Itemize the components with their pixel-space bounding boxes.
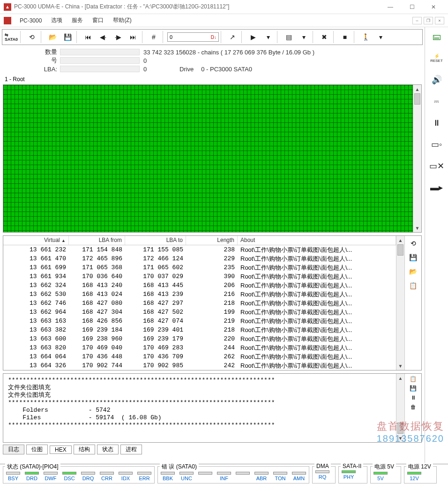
- first-icon[interactable]: ⏮: [81, 31, 95, 43]
- log-scrollbar[interactable]: ▲ ▼: [396, 374, 404, 442]
- exit-icon[interactable]: 🚶: [358, 31, 373, 43]
- table-row[interactable]: 13 661 699171 065 368171 065 602235Root\…: [3, 263, 396, 272]
- tab-status[interactable]: 状态: [97, 445, 119, 454]
- log-copy-icon[interactable]: 📋: [410, 376, 417, 382]
- exit-dropdown-icon[interactable]: ▾: [373, 31, 388, 43]
- sector-map-grid[interactable]: [3, 85, 413, 232]
- menu-pc3000[interactable]: PC-3000: [15, 17, 46, 24]
- status-bar: 状态 (SATA0)-[PIO4] BSYDRDDWFDSCDRQCRRIDXE…: [0, 464, 448, 491]
- scroll-up-icon[interactable]: ▲: [396, 374, 404, 382]
- led-UNC: UNC: [179, 472, 194, 481]
- log-panel: ****************************************…: [3, 373, 422, 443]
- table-row[interactable]: 13 663 600169 238 960169 239 179220Root\…: [3, 334, 396, 343]
- led-ERR: ERR: [136, 472, 152, 481]
- table-header: Virtual ▲ LBA from LBA to Length About: [3, 236, 396, 245]
- address-input[interactable]: 0D↓: [167, 32, 219, 42]
- menu-help[interactable]: 帮助(Z): [108, 16, 136, 24]
- menu-window[interactable]: 窗口: [88, 16, 108, 24]
- table-row[interactable]: 13 664 064170 436 448170 436 709262Root\…: [3, 352, 396, 361]
- card-icon[interactable]: ▬▸: [429, 181, 444, 194]
- refresh-icon[interactable]: ⟲: [25, 31, 39, 43]
- sata-button[interactable]: ⇋SATA0: [4, 31, 18, 43]
- side-save-icon[interactable]: 💾: [407, 252, 419, 263]
- scroll-up-icon[interactable]: ▲: [413, 85, 421, 93]
- drive-value: 0 - PC3000 SATA0: [201, 66, 252, 73]
- table-row[interactable]: 13 664 326170 902 744170 902 985242Root\…: [3, 361, 396, 370]
- th-length[interactable]: Length: [186, 236, 238, 245]
- mdi-restore[interactable]: ❐: [424, 17, 433, 24]
- table-row[interactable]: 13 662 530168 413 024168 413 239216Root\…: [3, 290, 396, 299]
- scroll-down-icon[interactable]: ▼: [396, 362, 404, 370]
- next-icon[interactable]: ·▶: [111, 31, 125, 43]
- th-lbato[interactable]: LBA to: [125, 236, 186, 245]
- mdi-close[interactable]: ×: [435, 17, 444, 24]
- scroll-thumb[interactable]: [397, 423, 403, 434]
- play-icon[interactable]: ▶: [246, 31, 260, 43]
- led-IDX: IDX: [118, 472, 134, 481]
- menu-options[interactable]: 选项: [46, 16, 67, 24]
- led-AMN: AMN: [291, 472, 307, 481]
- play-dropdown-icon[interactable]: ▾: [261, 31, 275, 43]
- table-row[interactable]: 13 663 163168 426 856168 427 074219Root\…: [3, 317, 396, 325]
- table-row[interactable]: 13 661 232171 154 848171 155 085238Root\…: [3, 245, 396, 254]
- tab-struct[interactable]: 结构: [74, 445, 95, 454]
- tab-hex[interactable]: HEX: [50, 446, 72, 454]
- led-DRD: DRD: [24, 472, 40, 481]
- right-toolbar: 🖴 ⚡RESET 🔊 ⎓ ⏸ ▭◦ ▭✕ ▬▸: [425, 27, 448, 464]
- tab-log[interactable]: 日志: [3, 445, 24, 454]
- sector-map: ▲ ▼: [3, 84, 422, 233]
- tab-process[interactable]: 进程: [120, 445, 142, 454]
- th-lbafrom[interactable]: LBA from: [69, 236, 125, 245]
- table-row[interactable]: 13 662 324168 413 240168 413 445206Root\…: [3, 281, 396, 290]
- map-scrollbar[interactable]: ▲ ▼: [413, 85, 421, 232]
- tools-icon[interactable]: ✖: [317, 31, 331, 43]
- prev-icon[interactable]: ◀·: [96, 31, 110, 43]
- table-row[interactable]: 13 663 820170 469 040170 469 283244Root\…: [3, 343, 396, 352]
- status-group-sata2: SATA-II PHY: [338, 466, 367, 483]
- th-virtual[interactable]: Virtual ▲: [3, 236, 69, 245]
- speaker-icon[interactable]: 🔊: [429, 73, 444, 86]
- scroll-thumb[interactable]: [414, 93, 420, 105]
- side-copy-icon[interactable]: 📋: [407, 280, 419, 291]
- root-label: 1 - Root: [0, 74, 425, 84]
- scroll-down-icon[interactable]: ▼: [396, 434, 404, 442]
- close-button[interactable]: ✕: [423, 0, 444, 14]
- maximize-button[interactable]: ☐: [401, 0, 423, 14]
- led-blank: [197, 472, 213, 481]
- stop-icon[interactable]: ■: [338, 31, 352, 43]
- scroll-thumb[interactable]: [397, 244, 403, 256]
- th-about[interactable]: About: [238, 236, 396, 245]
- reset-icon[interactable]: ⚡RESET: [429, 52, 444, 65]
- disk-icon[interactable]: 🖴: [429, 30, 444, 43]
- table-row[interactable]: 13 661 934170 036 640170 037 029390Root\…: [3, 272, 396, 281]
- side-refresh-icon[interactable]: ⟲: [407, 238, 419, 249]
- table-row[interactable]: 13 662 964168 427 304168 427 502199Root\…: [3, 308, 396, 317]
- table-row[interactable]: 13 663 382169 239 184169 239 401218Root\…: [3, 325, 396, 334]
- ram-icon[interactable]: ▭✕: [429, 159, 444, 173]
- save-icon[interactable]: 💾: [60, 31, 75, 43]
- side-open-icon[interactable]: 📂: [407, 266, 419, 277]
- minimize-button[interactable]: —: [380, 0, 401, 14]
- mdi-minimize[interactable]: –: [412, 17, 422, 24]
- scroll-up-icon[interactable]: ▲: [396, 236, 404, 244]
- tab-bitmap[interactable]: 位图: [26, 445, 48, 454]
- open-icon[interactable]: 📂: [45, 31, 60, 43]
- connector-icon[interactable]: ⎓: [429, 95, 444, 108]
- table-row[interactable]: 13 662 746168 427 080168 427 297218Root\…: [3, 299, 396, 308]
- table-scrollbar[interactable]: ▲ ▼: [396, 236, 404, 370]
- last-icon[interactable]: ⏭: [126, 31, 140, 43]
- log-save-icon[interactable]: 💾: [410, 385, 417, 392]
- list-dropdown-icon[interactable]: ▾: [297, 31, 311, 43]
- table-row[interactable]: 13 661 470172 465 896172 466 124229Root\…: [3, 254, 396, 263]
- export-icon[interactable]: ↗: [225, 31, 239, 43]
- log-clear-icon[interactable]: 🗑: [411, 404, 416, 410]
- log-pause-icon[interactable]: ⏸: [411, 394, 416, 401]
- menu-services[interactable]: 服务: [67, 16, 88, 24]
- scroll-down-icon[interactable]: ▼: [413, 224, 421, 232]
- table-body: 13 661 232171 154 848171 155 085238Root\…: [3, 245, 396, 370]
- led-BBK: BBK: [160, 472, 176, 481]
- grid-icon[interactable]: #: [147, 31, 161, 43]
- chip-icon[interactable]: ▭◦: [429, 138, 444, 151]
- pause-icon[interactable]: ⏸: [429, 116, 444, 129]
- list-icon[interactable]: ▤: [282, 31, 296, 43]
